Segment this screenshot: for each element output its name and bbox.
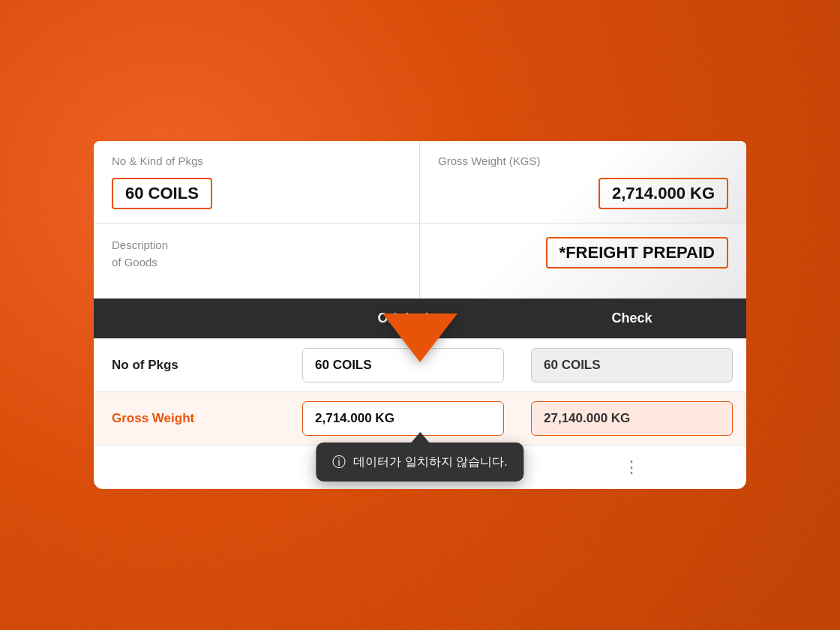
desc-label-cell: Description of Goods	[94, 224, 420, 298]
weight-original-input[interactable]	[302, 401, 504, 436]
more-options-right[interactable]: ⋮	[623, 458, 641, 477]
pkgs-check-input	[531, 348, 733, 382]
tooltip-box: ⓘ 데이터가 일치하지 않습니다.	[316, 442, 524, 482]
tooltip-warning-icon: ⓘ	[332, 453, 346, 471]
doc-row-2: Description of Goods *FREIGHT PREPAID	[94, 224, 746, 298]
pkgs-label: No & Kind of Pkgs	[112, 154, 401, 167]
pkgs-value: 60 COILS	[112, 178, 212, 209]
weight-check-input	[531, 401, 733, 436]
freight-cell: *FREIGHT PREPAID	[420, 224, 746, 298]
desc-label: Description of Goods	[112, 237, 401, 271]
document-card: No & Kind of Pkgs 60 COILS Gross Weight …	[94, 141, 746, 298]
weight-label: Gross Weight (KGS)	[438, 154, 728, 167]
pkgs-cell: No & Kind of Pkgs 60 COILS	[94, 141, 420, 223]
dots-row: ⋮ ⋮ ⓘ 데이터가 일치하지 않습니다.	[94, 445, 746, 489]
weight-row-label: Gross Weight	[94, 398, 289, 440]
down-arrow	[382, 314, 458, 362]
pkgs-row-label: No of Pkgs	[94, 344, 289, 386]
main-container: No & Kind of Pkgs 60 COILS Gross Weight …	[94, 141, 746, 489]
arrow-shape	[382, 314, 458, 362]
freight-value: *FREIGHT PREPAID	[546, 237, 728, 268]
weight-check-cell	[518, 392, 746, 445]
pkgs-check-cell	[518, 339, 746, 392]
dots-cell-right: ⋮	[518, 446, 746, 489]
weight-original-cell	[289, 392, 518, 445]
tooltip-container: ⓘ 데이터가 일치하지 않습니다.	[316, 442, 524, 482]
tooltip-arrow	[411, 432, 429, 442]
weight-cell: Gross Weight (KGS) 2,714.000 KG	[420, 141, 746, 223]
doc-row-1: No & Kind of Pkgs 60 COILS Gross Weight …	[94, 141, 746, 224]
tooltip-message: 데이터가 일치하지 않습니다.	[353, 454, 507, 470]
weight-value: 2,714.000 KG	[598, 178, 728, 209]
header-spacer	[94, 298, 289, 338]
header-check: Check	[518, 298, 746, 338]
